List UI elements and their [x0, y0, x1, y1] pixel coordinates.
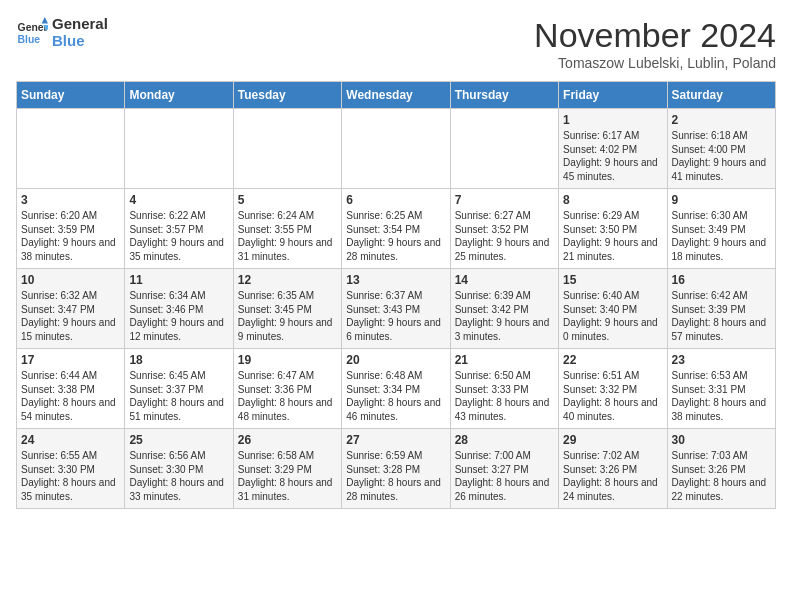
logo-text-blue: Blue [52, 33, 108, 50]
calendar-cell: 9Sunrise: 6:30 AM Sunset: 3:49 PM Daylig… [667, 189, 775, 269]
calendar-cell: 4Sunrise: 6:22 AM Sunset: 3:57 PM Daylig… [125, 189, 233, 269]
day-number: 19 [238, 353, 337, 367]
day-number: 30 [672, 433, 771, 447]
logo: General Blue General Blue [16, 16, 108, 49]
calendar-cell: 25Sunrise: 6:56 AM Sunset: 3:30 PM Dayli… [125, 429, 233, 509]
logo-text-general: General [52, 16, 108, 33]
day-number: 13 [346, 273, 445, 287]
calendar-cell: 1Sunrise: 6:17 AM Sunset: 4:02 PM Daylig… [559, 109, 667, 189]
title-block: November 2024 Tomaszow Lubelski, Lublin,… [534, 16, 776, 71]
day-info: Sunrise: 6:32 AM Sunset: 3:47 PM Dayligh… [21, 289, 120, 343]
weekday-header-wednesday: Wednesday [342, 82, 450, 109]
month-title: November 2024 [534, 16, 776, 55]
day-number: 3 [21, 193, 120, 207]
calendar-cell: 12Sunrise: 6:35 AM Sunset: 3:45 PM Dayli… [233, 269, 341, 349]
calendar-cell: 15Sunrise: 6:40 AM Sunset: 3:40 PM Dayli… [559, 269, 667, 349]
day-info: Sunrise: 6:30 AM Sunset: 3:49 PM Dayligh… [672, 209, 771, 263]
day-number: 22 [563, 353, 662, 367]
weekday-header-tuesday: Tuesday [233, 82, 341, 109]
day-number: 14 [455, 273, 554, 287]
day-info: Sunrise: 6:37 AM Sunset: 3:43 PM Dayligh… [346, 289, 445, 343]
calendar-cell: 2Sunrise: 6:18 AM Sunset: 4:00 PM Daylig… [667, 109, 775, 189]
calendar-cell: 27Sunrise: 6:59 AM Sunset: 3:28 PM Dayli… [342, 429, 450, 509]
day-number: 11 [129, 273, 228, 287]
day-number: 6 [346, 193, 445, 207]
day-info: Sunrise: 7:02 AM Sunset: 3:26 PM Dayligh… [563, 449, 662, 503]
calendar-cell: 29Sunrise: 7:02 AM Sunset: 3:26 PM Dayli… [559, 429, 667, 509]
day-number: 1 [563, 113, 662, 127]
calendar-cell [17, 109, 125, 189]
location-title: Tomaszow Lubelski, Lublin, Poland [534, 55, 776, 71]
calendar-cell: 17Sunrise: 6:44 AM Sunset: 3:38 PM Dayli… [17, 349, 125, 429]
day-number: 12 [238, 273, 337, 287]
day-info: Sunrise: 6:35 AM Sunset: 3:45 PM Dayligh… [238, 289, 337, 343]
day-info: Sunrise: 6:22 AM Sunset: 3:57 PM Dayligh… [129, 209, 228, 263]
calendar-cell: 3Sunrise: 6:20 AM Sunset: 3:59 PM Daylig… [17, 189, 125, 269]
calendar-cell: 30Sunrise: 7:03 AM Sunset: 3:26 PM Dayli… [667, 429, 775, 509]
day-info: Sunrise: 6:42 AM Sunset: 3:39 PM Dayligh… [672, 289, 771, 343]
day-info: Sunrise: 6:27 AM Sunset: 3:52 PM Dayligh… [455, 209, 554, 263]
day-info: Sunrise: 6:53 AM Sunset: 3:31 PM Dayligh… [672, 369, 771, 423]
day-info: Sunrise: 6:45 AM Sunset: 3:37 PM Dayligh… [129, 369, 228, 423]
day-info: Sunrise: 6:55 AM Sunset: 3:30 PM Dayligh… [21, 449, 120, 503]
day-number: 7 [455, 193, 554, 207]
calendar-cell [342, 109, 450, 189]
day-number: 16 [672, 273, 771, 287]
day-info: Sunrise: 6:20 AM Sunset: 3:59 PM Dayligh… [21, 209, 120, 263]
calendar-cell [233, 109, 341, 189]
calendar-cell: 23Sunrise: 6:53 AM Sunset: 3:31 PM Dayli… [667, 349, 775, 429]
day-info: Sunrise: 7:00 AM Sunset: 3:27 PM Dayligh… [455, 449, 554, 503]
day-number: 18 [129, 353, 228, 367]
calendar-cell: 5Sunrise: 6:24 AM Sunset: 3:55 PM Daylig… [233, 189, 341, 269]
day-number: 10 [21, 273, 120, 287]
calendar-cell: 14Sunrise: 6:39 AM Sunset: 3:42 PM Dayli… [450, 269, 558, 349]
day-info: Sunrise: 6:47 AM Sunset: 3:36 PM Dayligh… [238, 369, 337, 423]
calendar-cell: 24Sunrise: 6:55 AM Sunset: 3:30 PM Dayli… [17, 429, 125, 509]
day-info: Sunrise: 6:56 AM Sunset: 3:30 PM Dayligh… [129, 449, 228, 503]
day-info: Sunrise: 6:29 AM Sunset: 3:50 PM Dayligh… [563, 209, 662, 263]
calendar-cell: 21Sunrise: 6:50 AM Sunset: 3:33 PM Dayli… [450, 349, 558, 429]
day-info: Sunrise: 6:17 AM Sunset: 4:02 PM Dayligh… [563, 129, 662, 183]
day-info: Sunrise: 6:59 AM Sunset: 3:28 PM Dayligh… [346, 449, 445, 503]
calendar-table: SundayMondayTuesdayWednesdayThursdayFrid… [16, 81, 776, 509]
day-number: 2 [672, 113, 771, 127]
day-info: Sunrise: 6:58 AM Sunset: 3:29 PM Dayligh… [238, 449, 337, 503]
day-number: 8 [563, 193, 662, 207]
svg-marker-2 [42, 17, 48, 23]
day-number: 25 [129, 433, 228, 447]
day-info: Sunrise: 6:44 AM Sunset: 3:38 PM Dayligh… [21, 369, 120, 423]
day-info: Sunrise: 6:48 AM Sunset: 3:34 PM Dayligh… [346, 369, 445, 423]
page-header: General Blue General Blue November 2024 … [16, 16, 776, 71]
day-number: 28 [455, 433, 554, 447]
day-info: Sunrise: 7:03 AM Sunset: 3:26 PM Dayligh… [672, 449, 771, 503]
svg-text:General: General [18, 22, 48, 33]
weekday-header-monday: Monday [125, 82, 233, 109]
day-info: Sunrise: 6:25 AM Sunset: 3:54 PM Dayligh… [346, 209, 445, 263]
calendar-cell: 19Sunrise: 6:47 AM Sunset: 3:36 PM Dayli… [233, 349, 341, 429]
calendar-cell: 11Sunrise: 6:34 AM Sunset: 3:46 PM Dayli… [125, 269, 233, 349]
day-number: 29 [563, 433, 662, 447]
day-number: 21 [455, 353, 554, 367]
calendar-cell: 16Sunrise: 6:42 AM Sunset: 3:39 PM Dayli… [667, 269, 775, 349]
day-info: Sunrise: 6:39 AM Sunset: 3:42 PM Dayligh… [455, 289, 554, 343]
weekday-header-friday: Friday [559, 82, 667, 109]
day-info: Sunrise: 6:51 AM Sunset: 3:32 PM Dayligh… [563, 369, 662, 423]
day-number: 4 [129, 193, 228, 207]
calendar-cell: 8Sunrise: 6:29 AM Sunset: 3:50 PM Daylig… [559, 189, 667, 269]
day-number: 15 [563, 273, 662, 287]
calendar-cell: 20Sunrise: 6:48 AM Sunset: 3:34 PM Dayli… [342, 349, 450, 429]
calendar-cell: 18Sunrise: 6:45 AM Sunset: 3:37 PM Dayli… [125, 349, 233, 429]
day-number: 17 [21, 353, 120, 367]
day-number: 5 [238, 193, 337, 207]
calendar-cell: 22Sunrise: 6:51 AM Sunset: 3:32 PM Dayli… [559, 349, 667, 429]
calendar-cell: 28Sunrise: 7:00 AM Sunset: 3:27 PM Dayli… [450, 429, 558, 509]
calendar-cell [450, 109, 558, 189]
day-number: 20 [346, 353, 445, 367]
weekday-header-saturday: Saturday [667, 82, 775, 109]
day-info: Sunrise: 6:40 AM Sunset: 3:40 PM Dayligh… [563, 289, 662, 343]
day-info: Sunrise: 6:50 AM Sunset: 3:33 PM Dayligh… [455, 369, 554, 423]
day-info: Sunrise: 6:18 AM Sunset: 4:00 PM Dayligh… [672, 129, 771, 183]
day-info: Sunrise: 6:34 AM Sunset: 3:46 PM Dayligh… [129, 289, 228, 343]
day-number: 23 [672, 353, 771, 367]
calendar-cell: 7Sunrise: 6:27 AM Sunset: 3:52 PM Daylig… [450, 189, 558, 269]
